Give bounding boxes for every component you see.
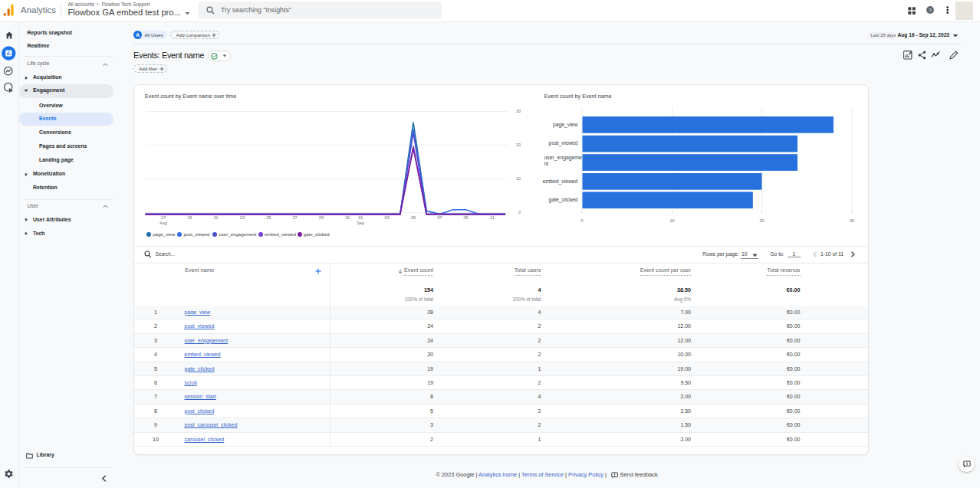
svg-text:?: ? bbox=[929, 8, 932, 13]
